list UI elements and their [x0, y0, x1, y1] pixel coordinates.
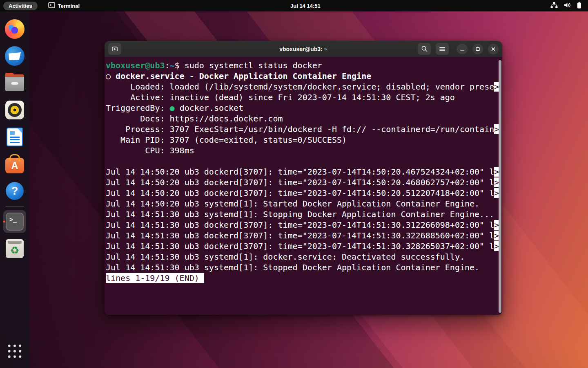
- active-app-highlight: [3, 210, 26, 233]
- app-menu-label: Terminal: [58, 3, 80, 9]
- terminal-line: vboxuser@ub3:~$ sudo systemctl status do…: [106, 60, 502, 71]
- dock-item-firefox[interactable]: [2, 16, 28, 43]
- terminal-line: ○ docker.service - Docker Application Co…: [106, 71, 502, 81]
- files-icon: [5, 75, 24, 91]
- minimize-icon: [460, 47, 465, 52]
- terminal-line: Loaded: loaded (/lib/systemd/system/dock…: [106, 81, 502, 92]
- terminal-line: TriggeredBy: ● docker.socket: [106, 103, 502, 113]
- maximize-button[interactable]: [472, 44, 483, 54]
- terminal-line: lines 1-19/19 (END): [106, 273, 502, 283]
- show-applications-icon: [7, 343, 23, 359]
- app-menu[interactable]: Terminal: [48, 2, 80, 9]
- close-button[interactable]: [488, 44, 499, 54]
- rhythmbox-icon: [5, 101, 24, 119]
- hamburger-menu-icon: [439, 46, 445, 52]
- terminal-line: Jul 14 14:51:30 ub3 systemd[1]: Stopping…: [106, 209, 502, 220]
- new-tab-button[interactable]: [108, 43, 121, 55]
- trash-icon: ♻: [6, 239, 24, 258]
- terminal-line: Docs: https://docs.docker.com: [106, 113, 502, 124]
- search-button[interactable]: [418, 43, 431, 55]
- terminal-line: [106, 156, 502, 166]
- terminal-line: Jul 14 14:51:30 ub3 dockerd[3707]: time=…: [106, 241, 502, 251]
- desktop: Activities Terminal Jul 14 14:51: [0, 0, 588, 368]
- menu-button[interactable]: [436, 43, 449, 55]
- terminal-output: vboxuser@ub3:~$ sudo systemctl status do…: [106, 60, 502, 283]
- minimize-button[interactable]: [457, 44, 468, 54]
- activities-button[interactable]: Activities: [3, 2, 38, 10]
- terminal-line: CPU: 398ms: [106, 145, 502, 156]
- terminal-window: vboxuser@ub3: ~ vboxuser@: [105, 41, 502, 315]
- terminal-line: Jul 14 14:50:20 ub3 dockerd[3707]: time=…: [106, 166, 502, 177]
- terminal-line: Jul 14 14:51:30 ub3 dockerd[3707]: time=…: [106, 230, 502, 241]
- new-tab-icon: [111, 45, 119, 53]
- dock-item-help[interactable]: ?: [2, 177, 28, 204]
- terminal-line: Jul 14 14:50:20 ub3 dockerd[3707]: time=…: [106, 188, 502, 198]
- dock-separator: [6, 206, 24, 206]
- dock-item-thunderbird[interactable]: [2, 43, 28, 70]
- libreoffice-writer-icon: [7, 128, 23, 146]
- dock-item-terminal[interactable]: >_: [2, 208, 28, 235]
- terminal-line: Jul 14 14:51:30 ub3 systemd[1]: docker.s…: [106, 251, 502, 262]
- battery-icon: [577, 2, 581, 10]
- terminal-line: Jul 14 14:51:30 ub3 systemd[1]: Stopped …: [106, 262, 502, 273]
- help-icon: ?: [6, 182, 24, 200]
- dock-item-rhythmbox[interactable]: [2, 96, 28, 123]
- close-icon: [491, 47, 496, 52]
- search-icon: [421, 45, 428, 52]
- dock-item-files[interactable]: [2, 70, 28, 96]
- volume-icon: [564, 2, 571, 9]
- title-bar[interactable]: vboxuser@ub3: ~: [105, 41, 502, 57]
- terminal-line: Main PID: 3707 (code=exited, status=0/SU…: [106, 135, 502, 145]
- dock: A ? >_ ♻: [0, 11, 29, 368]
- system-tray[interactable]: [550, 2, 588, 10]
- ubuntu-software-icon: A: [5, 158, 24, 173]
- network-icon: [550, 2, 558, 9]
- top-bar: Activities Terminal Jul 14 14:51: [0, 0, 588, 11]
- terminal-viewport[interactable]: vboxuser@ub3:~$ sudo systemctl status do…: [105, 57, 502, 315]
- terminal-line: Process: 3707 ExecStart=/usr/bin/dockerd…: [106, 124, 502, 135]
- running-indicator-dot: [3, 221, 5, 223]
- terminal-line: Active: inactive (dead) since Fri 2023-0…: [106, 92, 502, 103]
- maximize-icon: [475, 47, 480, 52]
- terminal-line: Jul 14 14:50:20 ub3 dockerd[3707]: time=…: [106, 177, 502, 188]
- dock-item-ubuntu-software[interactable]: A: [2, 150, 28, 177]
- terminal-line: Jul 14 14:50:20 ub3 systemd[1]: Started …: [106, 198, 502, 209]
- terminal-scrollbar[interactable]: [499, 60, 501, 313]
- thunderbird-icon: [5, 46, 24, 66]
- dock-item-trash[interactable]: ♻: [2, 235, 28, 262]
- clock[interactable]: Jul 14 14:51: [290, 0, 321, 11]
- terminal-line: Jul 14 14:51:30 ub3 dockerd[3707]: time=…: [106, 220, 502, 230]
- firefox-icon: [5, 19, 24, 39]
- terminal-app-icon: [48, 2, 55, 9]
- dock-item-libreoffice-writer[interactable]: [2, 123, 28, 150]
- show-applications-button[interactable]: [2, 338, 28, 365]
